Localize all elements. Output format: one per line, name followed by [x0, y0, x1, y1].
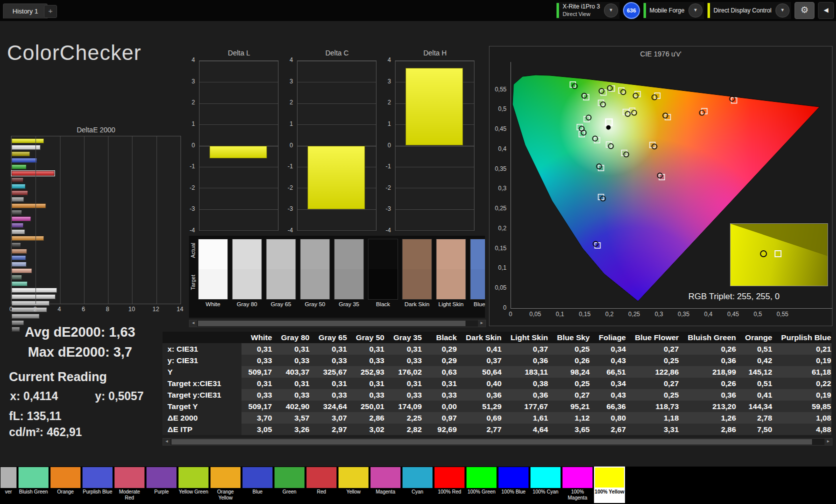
table-column-header: Black [426, 332, 462, 343]
patch-cell[interactable]: 100% Cyan [530, 467, 561, 504]
avg-de2000-stat: Avg dE2000: 1,63 [10, 325, 150, 340]
table-column-header: Purplish Blue [776, 332, 832, 343]
patch-cell[interactable]: Orange Yellow [210, 467, 241, 504]
meter-device-dropdown[interactable]: X-Rite i1Pro 3 Direct View ▼ [556, 2, 620, 19]
source-device-dropdown[interactable]: Mobile Forge ▼ [644, 2, 704, 19]
gear-icon: ⚙ [800, 5, 808, 15]
chevron-down-icon[interactable]: ▼ [604, 3, 618, 17]
scroll-left-button[interactable]: ◄ [163, 439, 170, 445]
patch-cell[interactable]: Moderate Red [114, 467, 145, 504]
display-control-dropdown[interactable]: Direct Display Control ▼ [708, 2, 791, 19]
delta-l-yaxis: 43210-1-2-3-4 [184, 60, 197, 231]
chevron-down-icon[interactable]: ▼ [688, 3, 702, 17]
table-cell: 1,26 [684, 412, 740, 424]
scrollbar-thumb[interactable] [198, 321, 466, 326]
patch-cell[interactable]: Yellow [338, 467, 369, 504]
table-column-header: Foliage [594, 332, 630, 343]
table-scrollbar[interactable]: ◄ ► [162, 438, 832, 446]
axis-tick-label: -2 [288, 184, 293, 191]
swatch-color [402, 239, 432, 300]
swatch-target [436, 269, 466, 299]
table-cell: 0,41 [462, 343, 506, 355]
swatch-target [300, 269, 330, 299]
swatch-list: WhiteGray 80Gray 65Gray 50Gray 35BlackDa… [198, 239, 485, 307]
patch-label: 100% Cyan [530, 489, 561, 503]
cie-chart-title: CIE 1976 u'v' [490, 50, 832, 58]
scroll-right-button[interactable]: ► [824, 439, 832, 445]
table-cell: 2,86 [352, 412, 389, 424]
gridline [298, 103, 376, 104]
patch-cell[interactable]: 100% Red [434, 467, 465, 504]
scrollbar-thumb[interactable] [172, 439, 812, 445]
table-cell: 324,64 [314, 401, 352, 412]
deltae-bar [12, 294, 56, 299]
deltae-bar [12, 216, 31, 221]
patch-color [0, 467, 16, 488]
deltae-bar [12, 177, 24, 182]
patch-color [594, 467, 624, 488]
axis-tick-label: 0,4 [498, 145, 506, 152]
add-tab-button[interactable]: + [44, 5, 57, 18]
patch-cell[interactable]: Yellow Green [178, 467, 209, 504]
axis-tick-label: 0 [10, 306, 13, 313]
table-cell: 0,26 [552, 355, 594, 366]
table-cell: 0,97 [426, 412, 462, 424]
collapse-panel-button[interactable]: ◀ [818, 2, 834, 19]
patch-cell[interactable]: Blue [242, 467, 273, 504]
delta-c-chart-title: Delta C [297, 49, 377, 57]
table-cell: 183,11 [506, 366, 552, 378]
table-cell: 3,07 [314, 412, 352, 424]
patch-cell[interactable]: Cyan [402, 467, 433, 504]
patch-cell[interactable]: Orange [50, 467, 81, 504]
deltae-bar [12, 190, 28, 195]
table-cell: 0,51 [740, 378, 776, 389]
swatch-scrollbar[interactable]: ◄ ► [189, 320, 486, 327]
table-cell: 1,18 [630, 412, 684, 424]
scroll-left-button[interactable]: ◄ [190, 320, 197, 327]
patch-cell[interactable]: 100% Green [466, 467, 497, 504]
gridline [200, 61, 278, 61]
patch-cell[interactable]: Green [274, 467, 305, 504]
scroll-right-button[interactable]: ► [478, 320, 486, 327]
table-cell: 144,34 [740, 401, 776, 412]
table-row: Target y:CIE310,330,330,330,330,330,330,… [162, 389, 832, 401]
patch-cell[interactable]: Purplish Blue [82, 467, 113, 504]
gridline [60, 136, 60, 304]
patch-cell[interactable]: Bluish Green [18, 467, 49, 504]
table-cell: 0,36 [506, 389, 552, 401]
cie-diagram-panel: CIE 1976 u'v' 00,050,10,150,20,250,30,35… [489, 46, 832, 326]
current-cdm2-stat: cd/m²: 462,91 [9, 426, 82, 439]
chevron-down-icon[interactable]: ▼ [776, 3, 790, 17]
swatch-target [368, 269, 398, 299]
gridline [200, 188, 278, 188]
patch-label: Cyan [402, 489, 433, 503]
patch-cell[interactable]: 100% Magenta [562, 467, 593, 504]
patch-cell[interactable]: Magenta [370, 467, 401, 504]
axis-tick-label: 1 [290, 120, 293, 127]
swatch-target [198, 269, 228, 299]
patch-list: verBluish GreenOrangePurplish BlueModera… [0, 467, 625, 504]
patch-color [242, 467, 272, 488]
table-cell: 0,25 [552, 378, 594, 389]
patch-cell[interactable]: ver [0, 467, 17, 504]
table-cell: 0,31 [314, 343, 352, 355]
current-x-stat: x: 0,4114 [10, 390, 58, 403]
table-cell: 0,31 [242, 343, 276, 355]
swatch-actual [334, 239, 364, 269]
table-cell: 0,31 [389, 343, 426, 355]
axis-tick-label: -3 [288, 205, 293, 212]
arrow-left-icon: ◀ [824, 6, 828, 13]
table-cell: 118,73 [630, 401, 684, 412]
settings-button[interactable]: ⚙ [794, 2, 814, 19]
patch-cell[interactable]: Purple [146, 467, 177, 504]
table-cell: 0,63 [426, 366, 462, 378]
tab-history-1[interactable]: History 1 [3, 3, 48, 18]
table-cell: 3,26 [276, 424, 314, 435]
patch-cell[interactable]: Red [306, 467, 337, 504]
table-cell: 0,33 [242, 355, 276, 366]
patch-label: Bluish Green [18, 489, 49, 503]
gridline [84, 136, 84, 304]
patch-cell[interactable]: 100% Blue [498, 467, 529, 504]
patch-label: 100% Yellow [594, 489, 625, 503]
patch-cell[interactable]: 100% Yellow [594, 467, 625, 504]
